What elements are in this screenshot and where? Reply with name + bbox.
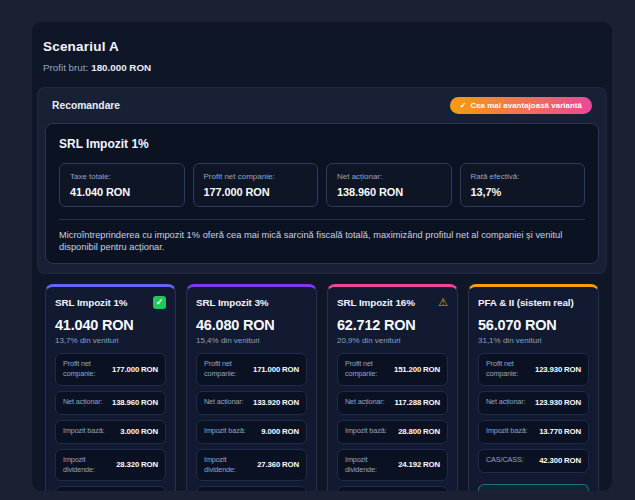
table-row: Impozit dividende: 24.192 RON xyxy=(337,449,448,481)
total-taxes-value: 41.040 RON xyxy=(55,317,166,333)
row-value: 42.300 RON xyxy=(539,456,581,465)
card-rows: Profit net companie: 151.200 RON Net acț… xyxy=(337,353,448,492)
row-value: 24.192 RON xyxy=(398,460,440,469)
scenario-card-title: PFA & II (sistem real) xyxy=(478,297,574,308)
row-value: 123.930 RON xyxy=(535,398,581,407)
table-row: Impozit dividende: 28.320 RON xyxy=(55,449,166,481)
recommendation-stats: Taxe totale: 41.040 RON Profit net compa… xyxy=(59,163,585,207)
total-taxes-value: 46.080 RON xyxy=(196,317,307,333)
row-value: 123.930 RON xyxy=(535,365,581,374)
table-row: Impozit bază: 3.000 RON xyxy=(55,420,166,444)
stat-label: Taxe totale: xyxy=(70,172,174,181)
recommendation-description: Microîntreprinderea cu impozit 1% oferă … xyxy=(59,219,585,253)
table-row: Impozit bază: 13.770 RON xyxy=(478,420,589,444)
row-label: Impozit bază: xyxy=(204,426,245,436)
row-label: Impozit dividende: xyxy=(345,455,394,475)
table-row: CASS dividende: 9.720 RON xyxy=(196,486,307,492)
row-label: Impozit dividende: xyxy=(63,455,112,475)
row-label: Net acționar: xyxy=(486,397,525,407)
scenario-card-header: SRL Impozit 16% ⚠ xyxy=(337,295,448,309)
scenario-card[interactable]: SRL Impozit 3% 46.080 RON 15,4% din veni… xyxy=(186,284,317,492)
stat-label: Net acționar: xyxy=(337,172,441,181)
percent-of-revenue: 13,7% din venituri xyxy=(55,336,166,345)
check-icon: ✓ xyxy=(460,101,467,110)
table-row: CAS/CASS: 42.300 RON xyxy=(478,449,589,473)
gross-profit-value: 180.000 RON xyxy=(91,62,151,73)
scenario-card[interactable]: SRL Impozit 16% ⚠ 62.712 RON 20,9% din v… xyxy=(327,284,458,492)
row-value: 9.000 RON xyxy=(261,427,299,436)
row-label: CAS/CASS: xyxy=(486,455,524,465)
scenario-card-title: SRL Impozit 1% xyxy=(55,297,128,308)
scenario-card-title: SRL Impozit 16% xyxy=(337,297,415,308)
stat-box: Taxe totale: 41.040 RON xyxy=(59,163,185,207)
table-row: Net acționar: 133.920 RON xyxy=(196,391,307,415)
total-taxes-value: 62.712 RON xyxy=(337,317,448,333)
total-taxes-value: 56.070 RON xyxy=(478,317,589,333)
recommended-scenario-title: SRL Impozit 1% xyxy=(59,137,585,151)
row-label: Net acționar: xyxy=(345,397,384,407)
stat-box: Profit net companie: 177.000 RON xyxy=(193,163,319,207)
card-rows: Profit net companie: 123.930 RON Net acț… xyxy=(478,353,589,472)
stat-value: 13,7% xyxy=(471,186,575,198)
scenario-card-header: SRL Impozit 1% ✓ xyxy=(55,295,166,309)
table-row: Profit net companie: 177.000 RON xyxy=(55,353,166,385)
table-row: Profit net companie: 123.930 RON xyxy=(478,353,589,385)
recommendation-section: Recomandare ✓ Cea mai avantajoasă varian… xyxy=(37,87,607,274)
percent-of-revenue: 15,4% din venituri xyxy=(196,336,307,345)
row-label: Impozit dividende: xyxy=(204,455,253,475)
table-row: Profit net companie: 171.000 RON xyxy=(196,353,307,385)
table-row: CASS dividende: 9.720 RON xyxy=(337,486,448,492)
table-row: Impozit dividende: 27.360 RON xyxy=(196,449,307,481)
table-row: CASS dividende: 9.720 RON xyxy=(55,486,166,492)
table-row: Net acționar: 138.960 RON xyxy=(55,391,166,415)
row-value: 28.320 RON xyxy=(116,460,158,469)
recommendation-header-label: Recomandare xyxy=(52,100,120,111)
scenario-card[interactable]: SRL Impozit 1% ✓ 41.040 RON 13,7% din ve… xyxy=(45,284,176,492)
check-icon: ✓ xyxy=(153,296,166,309)
percent-of-revenue: 20,9% din venituri xyxy=(337,336,448,345)
table-row: Net acționar: 123.930 RON xyxy=(478,391,589,415)
row-label: Net acționar: xyxy=(63,397,102,407)
stat-box: Net acționar: 138.960 RON xyxy=(326,163,452,207)
gross-profit-label: Profit brut: xyxy=(43,62,88,73)
card-rows: Profit net companie: 177.000 RON Net acț… xyxy=(55,353,166,492)
gross-profit: Profit brut:180.000 RON xyxy=(43,62,598,73)
best-option-badge: ✓ Cea mai avantajoasă variantă xyxy=(450,97,592,114)
stat-value: 138.960 RON xyxy=(337,186,441,198)
scenario-card-header: SRL Impozit 3% xyxy=(196,295,307,309)
recommendation-card: SRL Impozit 1% Taxe totale: 41.040 RON P… xyxy=(45,123,599,264)
row-label: Impozit bază: xyxy=(345,426,386,436)
recommendation-header: Recomandare ✓ Cea mai avantajoasă varian… xyxy=(38,88,606,121)
row-value: 151.200 RON xyxy=(394,365,440,374)
row-label: Impozit bază: xyxy=(63,426,104,436)
table-row: Impozit bază: 9.000 RON xyxy=(196,420,307,444)
percent-of-revenue: 31,1% din venituri xyxy=(478,336,589,345)
table-row: Impozit bază: 28.800 RON xyxy=(337,420,448,444)
stat-value: 41.040 RON xyxy=(70,186,174,198)
scenario-card[interactable]: PFA & II (sistem real) 56.070 RON 31,1% … xyxy=(468,284,599,492)
row-value: 117.288 RON xyxy=(394,398,440,407)
row-label: Net acționar: xyxy=(204,397,243,407)
row-label: Profit net companie: xyxy=(63,359,108,379)
card-rows: Profit net companie: 171.000 RON Net acț… xyxy=(196,353,307,492)
stat-label: Rată efectivă: xyxy=(471,172,575,181)
scenario-card-title: SRL Impozit 3% xyxy=(196,297,269,308)
best-option-badge-label: Cea mai avantajoasă variantă xyxy=(470,101,582,110)
page-title: Scenariul A xyxy=(43,39,598,54)
row-label: Profit net companie: xyxy=(345,359,390,379)
row-value: 138.960 RON xyxy=(112,398,158,407)
scenario-panel: Scenariul A Profit brut:180.000 RON Reco… xyxy=(31,21,613,492)
stat-value: 177.000 RON xyxy=(204,186,308,198)
savings-label: Economii vs. max: xyxy=(486,490,539,492)
warning-icon: ⚠ xyxy=(438,297,448,308)
table-row: Profit net companie: 151.200 RON xyxy=(337,353,448,385)
row-label: Profit net companie: xyxy=(204,359,249,379)
row-value: 3.000 RON xyxy=(120,427,158,436)
scenario-cards: SRL Impozit 1% ✓ 41.040 RON 13,7% din ve… xyxy=(45,284,599,492)
stat-box: Rată efectivă: 13,7% xyxy=(460,163,586,207)
stat-label: Profit net companie: xyxy=(204,172,308,181)
row-value: 177.000 RON xyxy=(112,365,158,374)
row-label: Impozit bază: xyxy=(486,426,527,436)
row-label: Profit net companie: xyxy=(486,359,531,379)
savings-row: Economii vs. max: 6.642 RON xyxy=(478,484,589,492)
